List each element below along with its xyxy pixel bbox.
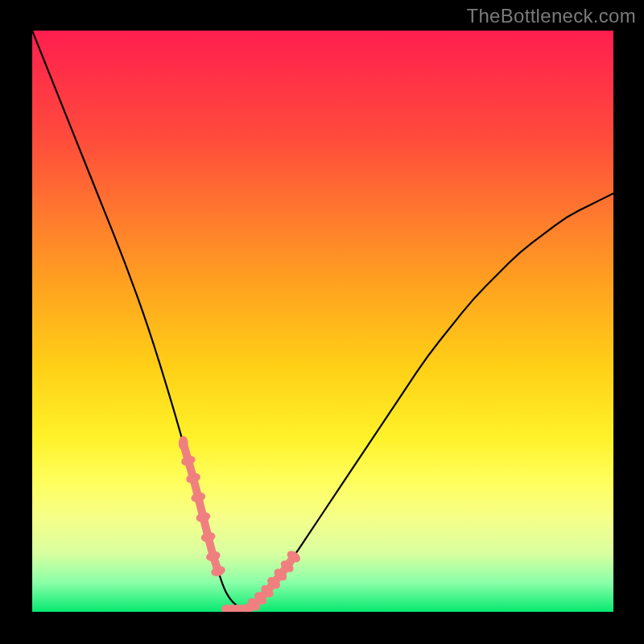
- plot-area: [32, 31, 613, 612]
- curve-overlay: [32, 31, 613, 612]
- chart-frame: TheBottleneck.com: [0, 0, 644, 644]
- bottleneck-curve: [32, 31, 613, 611]
- watermark-text: TheBottleneck.com: [466, 5, 636, 27]
- marker-bead: [210, 564, 227, 578]
